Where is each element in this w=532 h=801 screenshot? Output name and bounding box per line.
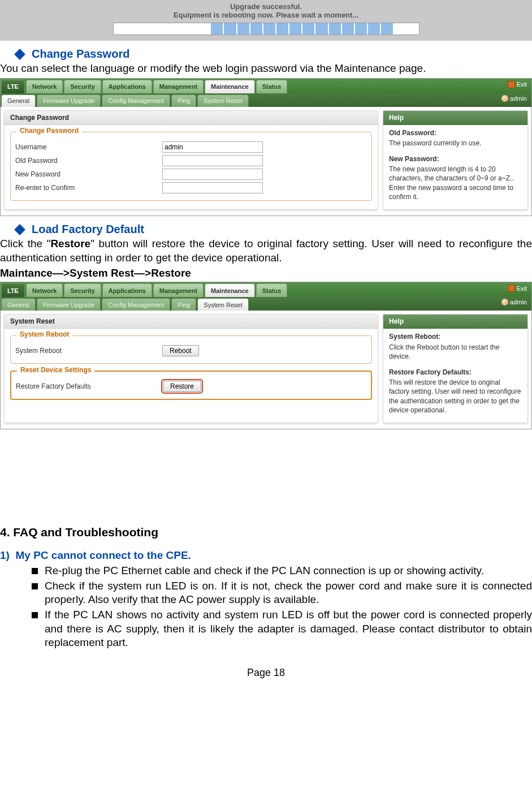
label-system-reboot: System Reboot: [15, 347, 162, 355]
tab-applications[interactable]: Applications: [102, 283, 152, 297]
text-load-factory-bold: Restore: [50, 238, 90, 249]
text-path: Maintance—>System Rest—>Restore: [0, 267, 532, 279]
help-title: Help: [383, 111, 527, 125]
group-legend-reboot: System Reboot: [16, 330, 72, 338]
admin-indicator: admin: [501, 299, 527, 305]
upgrade-line1: Upgrade successful.: [0, 2, 532, 11]
subtab-ping[interactable]: Ping: [171, 298, 196, 311]
faq-q1-num: 1): [0, 549, 10, 561]
input-new-password[interactable]: [162, 169, 263, 180]
faq-bullet-1: Re-plug the PC Ethernet cable and check …: [45, 564, 484, 578]
faq-bullets: Re-plug the PC Ethernet cable and check …: [32, 564, 532, 650]
faq-bullet-2: Check if the system run LED is on. If it…: [45, 579, 532, 607]
label-old-password: Old Password: [15, 157, 162, 165]
faq-q1-title: My PC cannot connect to the CPE.: [15, 549, 191, 561]
subtab-system-reset[interactable]: System Reset: [197, 298, 248, 311]
help-title: Help: [383, 315, 527, 329]
user-icon: [501, 299, 508, 305]
text-load-factory: Click the "Restore" button will restore …: [0, 237, 532, 265]
help-panel: Help Old Password: The password currentl…: [383, 110, 528, 210]
subtab-config-management[interactable]: Config Management: [102, 94, 170, 107]
user-icon: [501, 95, 508, 102]
tab-security[interactable]: Security: [64, 80, 101, 93]
faq-q1: 1) My PC cannot connect to the CPE.: [0, 549, 532, 562]
tab-management[interactable]: Management: [153, 283, 204, 297]
main-panel-change-password: Change Password Change Password Username…: [4, 110, 378, 210]
help-reboot-text: Click the Reboot button to restart the d…: [389, 343, 522, 361]
tab-maintenance[interactable]: Maintenance: [205, 80, 255, 93]
panel-title: System Reset: [5, 315, 378, 329]
sub-tabs: General Firmware Upgrade Config Manageme…: [1, 297, 531, 311]
help-new-password-title: New Password:: [389, 154, 522, 163]
help-reboot-title: System Reboot:: [389, 332, 522, 341]
text-change-password: You can select the language or modify th…: [0, 62, 532, 76]
square-bullet-icon: [32, 568, 38, 574]
tab-status[interactable]: Status: [256, 80, 288, 93]
heading-load-factory-default: Load Factory Default: [16, 223, 532, 236]
upgrade-line2: Equipment is rebooting now. Please wait …: [0, 11, 532, 19]
tab-status[interactable]: Status: [256, 283, 288, 297]
heading-faq: 4. FAQ and Troubleshooting: [0, 526, 532, 539]
exit-label: Exit: [517, 81, 527, 88]
tab-security[interactable]: Security: [64, 283, 101, 297]
tab-applications[interactable]: Applications: [102, 80, 152, 93]
sub-tabs: General Firmware Upgrade Config Manageme…: [1, 93, 531, 107]
exit-link[interactable]: Exit: [508, 285, 527, 292]
admin-indicator: admin: [501, 95, 527, 102]
reboot-button[interactable]: Reboot: [162, 345, 199, 356]
group-legend-reset: Reset Device Settings: [17, 366, 94, 374]
subtab-ping[interactable]: Ping: [171, 94, 196, 107]
subtab-general[interactable]: General: [1, 298, 36, 311]
input-old-password[interactable]: [162, 155, 263, 166]
exit-link[interactable]: Exit: [508, 81, 527, 88]
tab-network[interactable]: Network: [26, 283, 63, 297]
heading-load-factory-text: Load Factory Default: [32, 223, 144, 236]
subtab-firmware-upgrade[interactable]: Firmware Upgrade: [37, 94, 101, 107]
help-panel: Help System Reboot: Click the Reboot but…: [383, 314, 528, 423]
tab-network[interactable]: Network: [26, 80, 63, 93]
router-ui-system-reset: LTE Network Security Applications Manage…: [0, 282, 532, 429]
label-restore-factory: Restore Factory Defaults: [16, 382, 163, 390]
square-bullet-icon: [32, 583, 38, 589]
progress-bar: [113, 23, 419, 35]
main-panel-system-reset: System Reset System Reboot System Reboot…: [4, 314, 378, 423]
group-system-reboot: System Reboot System Reboot Reboot: [10, 335, 372, 364]
heading-change-password: Change Password: [16, 48, 532, 61]
label-confirm-password: Re-enter to Confirm: [15, 184, 162, 192]
main-tabs: LTE Network Security Applications Manage…: [1, 282, 531, 297]
subtab-general[interactable]: General: [1, 94, 36, 107]
subtab-system-reset[interactable]: System Reset: [197, 94, 248, 107]
group-reset-device-settings: Reset Device Settings Restore Factory De…: [10, 371, 372, 400]
group-legend: Change Password: [16, 127, 82, 135]
help-old-password-title: Old Password:: [389, 128, 522, 137]
router-ui-change-password: LTE Network Security Applications Manage…: [0, 78, 532, 216]
restore-button[interactable]: Restore: [163, 381, 201, 392]
text-load-factory-pre: Click the ": [0, 238, 50, 249]
tab-management[interactable]: Management: [153, 80, 204, 93]
page-number: Page 18: [0, 667, 532, 679]
square-bullet-icon: [32, 612, 38, 618]
upgrade-banner: Upgrade successful. Equipment is rebooti…: [0, 0, 532, 41]
tab-lte[interactable]: LTE: [1, 283, 25, 297]
tab-lte[interactable]: LTE: [1, 80, 25, 93]
group-change-password: Change Password Username Old Password Ne…: [10, 132, 372, 201]
admin-label: admin: [510, 299, 527, 305]
admin-label: admin: [510, 95, 527, 102]
label-new-password: New Password: [15, 170, 162, 178]
subtab-config-management[interactable]: Config Management: [102, 298, 170, 311]
tab-maintenance[interactable]: Maintenance: [205, 283, 255, 297]
help-restore-title: Restore Factory Defaults:: [389, 368, 522, 377]
help-new-password-text: The new password length is 4 to 20 chara…: [389, 165, 522, 201]
main-tabs: LTE Network Security Applications Manage…: [1, 79, 531, 93]
diamond-bullet-icon: [14, 224, 25, 235]
input-confirm-password[interactable]: [162, 182, 263, 193]
help-old-password-text: The password currently in use.: [389, 139, 522, 148]
input-username[interactable]: [162, 141, 263, 153]
diamond-bullet-icon: [14, 49, 25, 60]
exit-label: Exit: [517, 285, 527, 292]
help-restore-text: This will restore the device to original…: [389, 378, 522, 415]
heading-change-password-text: Change Password: [32, 48, 129, 61]
exit-icon: [508, 81, 515, 88]
exit-icon: [508, 285, 515, 292]
subtab-firmware-upgrade[interactable]: Firmware Upgrade: [37, 298, 101, 311]
